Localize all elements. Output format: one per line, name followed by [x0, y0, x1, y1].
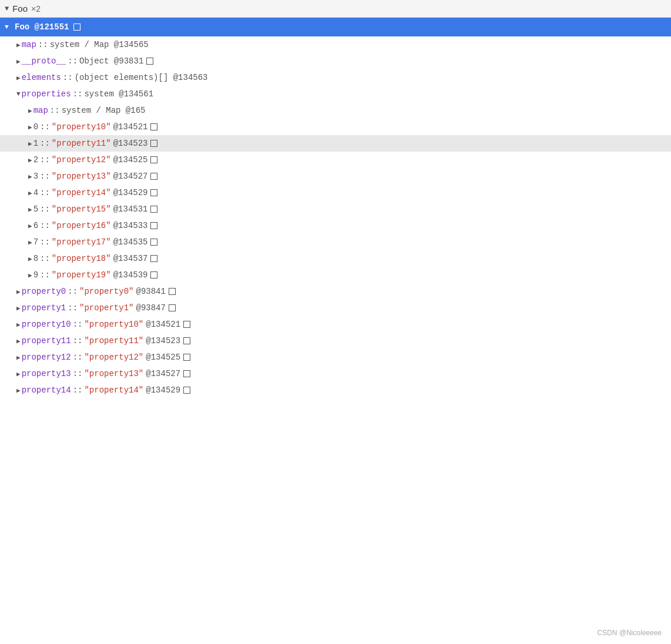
at-id: @134525 — [146, 353, 180, 362]
tree-row-prop-4[interactable]: ▶4 :: "property14" @134529 — [0, 185, 671, 201]
string-value: "property0" — [79, 287, 133, 296]
key-name: 6 — [33, 221, 38, 230]
string-value: "property13" — [84, 369, 143, 378]
tree-row-prop-2[interactable]: ▶2 :: "property12" @134525 — [0, 152, 671, 168]
tree-row-property11[interactable]: ▶property11 :: "property11" @134523 — [0, 333, 671, 349]
string-value: "property11" — [52, 139, 111, 148]
tree-row-prop-1[interactable]: ▶1 :: "property11" @134523 — [0, 135, 671, 152]
triangle-icon[interactable]: ▶ — [28, 140, 32, 147]
triangle-icon[interactable]: ▶ — [28, 189, 32, 197]
store-icon — [150, 189, 157, 196]
string-value: "property19" — [52, 270, 111, 280]
tree-row-prop-9[interactable]: ▶9 :: "property19" @134539 — [0, 267, 671, 283]
tree-row-property10[interactable]: ▶property10 :: "property10" @134521 — [0, 316, 671, 333]
store-icon — [150, 255, 157, 262]
foo-header[interactable]: ▼ Foo @121551 — [0, 18, 671, 36]
separator: :: — [40, 270, 50, 280]
separator: :: — [38, 40, 48, 49]
watermark: CSDN @Nicoleeeee — [597, 629, 662, 637]
key-name: __proto__ — [22, 56, 66, 66]
triangle-icon[interactable]: ▶ — [28, 255, 32, 263]
string-value: "property18" — [52, 254, 111, 263]
store-icon — [183, 337, 190, 344]
key-name: map — [22, 40, 36, 49]
key-name: property12 — [22, 353, 71, 362]
tree-row-proto[interactable]: ▶__proto__ :: Object @93831 — [0, 53, 671, 69]
separator: :: — [68, 56, 78, 66]
triangle-icon[interactable]: ▶ — [16, 288, 21, 296]
separator: :: — [50, 106, 60, 115]
tree-row-property1[interactable]: ▶property1 :: "property1" @93847 — [0, 300, 671, 316]
at-id: @134533 — [113, 221, 148, 230]
tree-row-property12[interactable]: ▶property12 :: "property12" @134525 — [0, 349, 671, 365]
separator: :: — [40, 172, 50, 181]
tree-row-prop-6[interactable]: ▶6 :: "property16" @134533 — [0, 217, 671, 234]
key-name: property1 — [22, 303, 66, 313]
at-id: @93841 — [136, 287, 165, 296]
triangle-icon[interactable]: ▶ — [16, 321, 21, 328]
triangle-icon[interactable]: ▶ — [28, 271, 32, 279]
separator: :: — [40, 254, 50, 263]
foo-header-label: Foo @121551 — [15, 22, 69, 32]
triangle-icon[interactable]: ▶ — [16, 370, 21, 378]
tree-row-map-system[interactable]: ▶map :: system / Map @134565 — [0, 36, 671, 53]
at-id: @134537 — [113, 254, 148, 263]
tree-row-elements[interactable]: ▶elements :: (object elements)[] @134563 — [0, 69, 671, 86]
tree-row-prop-7[interactable]: ▶7 :: "property17" @134535 — [0, 234, 671, 250]
tree-container: ▶map :: system / Map @134565▶__proto__ :… — [0, 36, 671, 398]
tree-row-property13[interactable]: ▶property13 :: "property13" @134527 — [0, 365, 671, 382]
key-name: 7 — [33, 237, 38, 247]
tree-row-properties-system[interactable]: ▼properties :: system @134561 — [0, 86, 671, 102]
tree-row-prop-5[interactable]: ▶5 :: "property15" @134531 — [0, 201, 671, 217]
triangle-icon[interactable]: ▶ — [16, 387, 21, 394]
at-id: @134521 — [146, 320, 180, 329]
at-id: @134529 — [113, 188, 148, 197]
triangle-icon[interactable]: ▶ — [16, 58, 21, 65]
triangle-icon[interactable]: ▶ — [16, 74, 21, 82]
triangle-icon[interactable]: ▶ — [28, 156, 32, 164]
triangle-icon[interactable]: ▶ — [28, 206, 32, 213]
top-bar-title: Foo — [12, 4, 28, 14]
store-icon — [169, 304, 176, 311]
separator: :: — [40, 155, 50, 165]
at-id: @134529 — [146, 385, 180, 395]
store-icon — [169, 288, 176, 295]
type-info: system / Map @134565 — [50, 40, 149, 49]
type-info: Object @93831 — [79, 56, 143, 66]
tree-row-prop-8[interactable]: ▶8 :: "property18" @134537 — [0, 250, 671, 267]
separator: :: — [73, 385, 83, 395]
key-name: 4 — [33, 188, 38, 197]
triangle-icon[interactable]: ▶ — [28, 173, 32, 180]
key-name: 3 — [33, 172, 38, 181]
separator: :: — [40, 237, 50, 247]
tree-row-property0[interactable]: ▶property0 :: "property0" @93841 — [0, 283, 671, 300]
triangle-icon[interactable]: ▶ — [28, 239, 32, 246]
store-icon — [183, 354, 190, 361]
triangle-icon[interactable]: ▶ — [16, 354, 21, 361]
at-id: @134523 — [113, 139, 148, 148]
at-id: @134525 — [113, 155, 148, 165]
key-name: 9 — [33, 270, 38, 280]
tree-row-property14[interactable]: ▶property14 :: "property14" @134529 — [0, 382, 671, 398]
key-name: properties — [22, 89, 71, 99]
key-name: 8 — [33, 254, 38, 263]
triangle-icon[interactable]: ▶ — [16, 304, 21, 312]
tree-row-prop-3[interactable]: ▶3 :: "property13" @134527 — [0, 168, 671, 185]
tree-row-prop-0[interactable]: ▶0 :: "property10" @134521 — [0, 119, 671, 135]
triangle-icon[interactable]: ▶ — [28, 107, 32, 115]
triangle-icon[interactable]: ▶ — [28, 222, 32, 230]
string-value: "property14" — [84, 385, 143, 395]
triangle-icon[interactable]: ▶ — [16, 337, 21, 345]
store-icon — [150, 140, 157, 147]
separator: :: — [40, 188, 50, 197]
at-id: @93847 — [136, 303, 165, 313]
triangle-icon[interactable]: ▼ — [16, 90, 21, 98]
triangle-icon[interactable]: ▶ — [28, 123, 32, 131]
at-id: @134539 — [113, 270, 148, 280]
separator: :: — [73, 369, 83, 378]
foo-header-triangle[interactable]: ▼ — [5, 24, 9, 31]
top-bar-triangle[interactable]: ▼ — [5, 5, 9, 13]
string-value: "property12" — [84, 353, 143, 362]
tree-row-properties-map[interactable]: ▶map :: system / Map @165 — [0, 102, 671, 119]
triangle-icon[interactable]: ▶ — [16, 41, 21, 49]
